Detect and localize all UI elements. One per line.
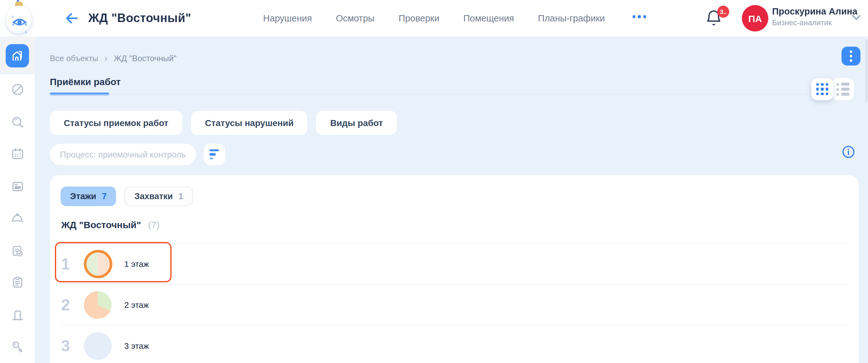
avatar[interactable]: ПА bbox=[742, 5, 768, 32]
main-content: Все объекты › ЖД "Восточный" Приёмки раб… bbox=[35, 37, 868, 363]
prohibited-icon bbox=[10, 82, 24, 96]
sidebar-item-violations[interactable] bbox=[0, 76, 35, 103]
list-view-button[interactable] bbox=[832, 78, 854, 100]
floor-number: 1 bbox=[61, 255, 75, 273]
top-header: ✕ ❄ ❄ ЖД "Восточный" НарушенияОсмотрыПро… bbox=[0, 0, 868, 37]
info-icon[interactable] bbox=[841, 145, 856, 159]
calendar-icon bbox=[10, 147, 24, 161]
toggle-sections[interactable]: Захватки 1 bbox=[124, 187, 193, 206]
sidebar-item-keys[interactable] bbox=[0, 333, 35, 361]
filter-violation-statuses[interactable]: Статусы нарушений bbox=[191, 111, 308, 135]
home-icon bbox=[11, 49, 24, 62]
clipboard-icon bbox=[10, 275, 24, 289]
grid-view-icon bbox=[816, 83, 829, 96]
floor-label: 3 этаж bbox=[124, 341, 149, 351]
toggle-sections-count: 1 bbox=[179, 192, 183, 201]
key-icon bbox=[10, 340, 24, 354]
back-arrow-button[interactable] bbox=[64, 11, 80, 26]
chevron-down-icon[interactable] bbox=[852, 15, 861, 20]
building-title: ЖД "Восточный" bbox=[61, 219, 141, 230]
view-toggle bbox=[811, 78, 854, 100]
sidebar-item-construction[interactable] bbox=[0, 204, 35, 232]
toggle-floors-label: Этажи bbox=[70, 192, 96, 201]
sidebar-item-cards[interactable] bbox=[0, 173, 35, 200]
sidebar-item-acceptance[interactable] bbox=[0, 237, 35, 265]
floor-row[interactable]: 1 1 этаж bbox=[50, 244, 859, 284]
filter-buttons: Статусы приемок работ Статусы нарушений … bbox=[50, 111, 397, 135]
notifications-badge: 3.. bbox=[717, 6, 729, 18]
eye-icon bbox=[12, 18, 27, 27]
logo-bauble: ❄ ❄ bbox=[6, 6, 32, 33]
nav-item[interactable]: Планы-графики bbox=[538, 13, 605, 23]
sidebar-item-calendar[interactable] bbox=[0, 140, 35, 168]
sidebar-item-inspections[interactable] bbox=[0, 268, 35, 296]
list-view-icon bbox=[836, 83, 850, 96]
floor-label: 2 этаж bbox=[124, 300, 149, 310]
search-icon bbox=[10, 115, 24, 129]
screenshot-viewport: ✕ ❄ ❄ ЖД "Восточный" НарушенияОсмотрыПро… bbox=[0, 0, 868, 363]
floor-row[interactable]: 2 2 этаж bbox=[50, 285, 859, 325]
more-menu-icon[interactable] bbox=[632, 15, 646, 18]
page-title: ЖД "Восточный" bbox=[88, 11, 191, 25]
snowflake-icon: ❄ bbox=[25, 30, 28, 34]
breadcrumb-separator-icon: › bbox=[105, 53, 107, 63]
card-icon bbox=[10, 179, 24, 194]
floors-card: Этажи 7 Захватки 1 ЖД "Восточный" (7) 1 bbox=[50, 175, 859, 363]
floor-row[interactable]: 3 3 этаж bbox=[50, 326, 859, 363]
floor-label: 1 этаж bbox=[124, 259, 149, 269]
nav-item[interactable]: Проверки bbox=[399, 13, 439, 23]
grid-view-button[interactable] bbox=[811, 78, 833, 100]
scrollbar-thumb[interactable] bbox=[865, 39, 867, 102]
context-menu-button[interactable] bbox=[841, 46, 861, 66]
nav-item[interactable]: Осмотры bbox=[336, 13, 375, 23]
floor-list: 1 1 этаж 2 2 этаж 3 bbox=[50, 243, 859, 363]
toggle-floors[interactable]: Этажи 7 bbox=[61, 187, 116, 206]
toggle-sections-label: Захватки bbox=[134, 192, 173, 201]
floor-pie-chart bbox=[84, 250, 112, 278]
tabs-divider bbox=[50, 94, 808, 95]
process-filter-chip[interactable]: Процесс: приемочный контроль bbox=[50, 144, 196, 165]
user-role: Бизнес-аналитик bbox=[772, 18, 838, 27]
user-name: Проскурина Алина bbox=[772, 6, 838, 16]
sort-button[interactable] bbox=[204, 144, 225, 165]
breadcrumb-root[interactable]: Все объекты bbox=[50, 53, 98, 63]
sidebar bbox=[0, 37, 35, 363]
helmet-icon bbox=[10, 211, 25, 225]
breadcrumb: Все объекты › ЖД "Восточный" bbox=[50, 53, 177, 63]
building-count: (7) bbox=[148, 219, 160, 230]
nav-item[interactable]: Нарушения bbox=[263, 13, 312, 23]
tabs: Приёмки работ bbox=[50, 76, 121, 88]
sidebar-item-home[interactable] bbox=[6, 44, 29, 67]
user-menu[interactable]: Проскурина Алина Бизнес-аналитик bbox=[772, 6, 838, 27]
toggle-floors-count: 7 bbox=[102, 192, 106, 201]
floor-pie-chart bbox=[84, 291, 112, 319]
floor-number: 2 bbox=[61, 296, 75, 314]
floor-pie-chart bbox=[84, 332, 112, 360]
breadcrumb-current: ЖД "Восточный" bbox=[114, 53, 177, 63]
app-root: ✕ ❄ ❄ ЖД "Восточный" НарушенияОсмотрыПро… bbox=[0, 0, 868, 363]
notifications-bell-icon[interactable]: 3.. bbox=[705, 8, 724, 28]
checklist-check-icon bbox=[10, 243, 25, 258]
app-logo: ✕ ❄ ❄ bbox=[5, 0, 33, 35]
main-nav: НарушенияОсмотрыПроверкиПомещенияПланы-г… bbox=[263, 0, 605, 37]
process-filter-row: Процесс: приемочный контроль bbox=[50, 144, 225, 165]
tab-acceptances[interactable]: Приёмки работ bbox=[50, 76, 121, 87]
floor-number: 3 bbox=[61, 337, 75, 355]
grouping-toggles: Этажи 7 Захватки 1 bbox=[61, 187, 193, 206]
building-section-header: ЖД "Восточный" (7) bbox=[61, 219, 160, 230]
nav-item[interactable]: Помещения bbox=[463, 13, 514, 23]
sidebar-item-search[interactable] bbox=[0, 108, 35, 136]
filter-acceptance-statuses[interactable]: Статусы приемок работ bbox=[50, 111, 182, 135]
sidebar-item-rooms[interactable] bbox=[0, 301, 35, 329]
door-icon bbox=[10, 308, 24, 322]
filter-work-types[interactable]: Виды работ bbox=[316, 111, 397, 135]
